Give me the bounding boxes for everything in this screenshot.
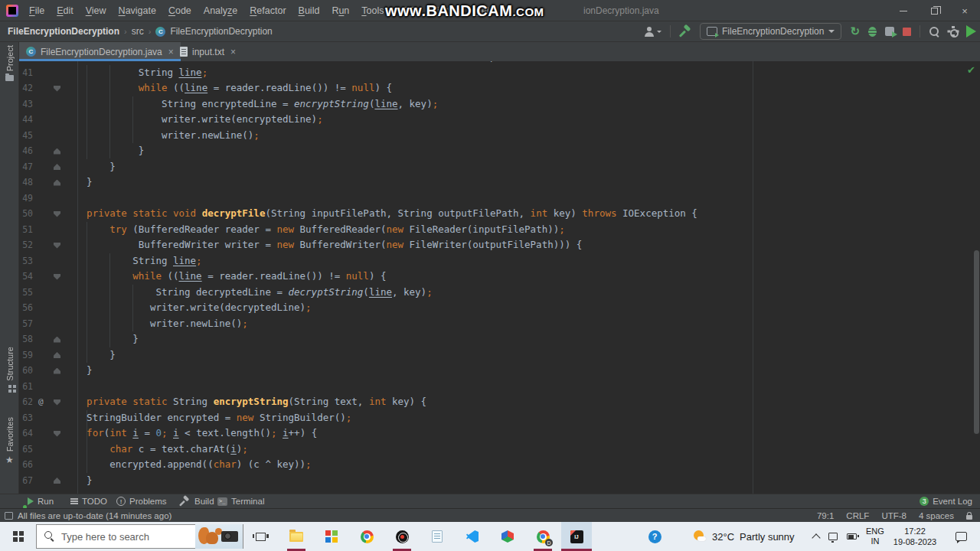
tool-button-terminal[interactable]: >_ Terminal: [217, 494, 264, 508]
gutter: [33, 80, 64, 96]
breadcrumb-class[interactable]: FileEncryptionDecryption: [170, 26, 272, 37]
breadcrumb-src[interactable]: src: [132, 26, 144, 37]
run-with-coverage-icon[interactable]: [885, 27, 894, 36]
event-log-button[interactable]: 3 Event Log: [920, 494, 972, 508]
device-tray-icon[interactable]: [828, 533, 838, 540]
menu-code[interactable]: Code: [162, 0, 198, 21]
code-text: String line;: [64, 65, 207, 81]
hidden-icons-chevron[interactable]: [812, 533, 820, 542]
close-button[interactable]: ×: [949, 0, 980, 21]
date: 19-08-2023: [893, 536, 936, 547]
fold-up-icon[interactable]: [54, 180, 60, 186]
gutter: [33, 222, 64, 238]
code-line-58: 58 }: [19, 331, 980, 347]
fold-down-icon[interactable]: [54, 243, 60, 249]
status-bar: All files are up-to-date (14 minutes ago…: [0, 508, 980, 522]
taskbar-notepad[interactable]: [422, 522, 452, 551]
tool-button-project[interactable]: Project: [0, 45, 19, 81]
code-line-42: 42 while ((line = reader.readLine()) != …: [19, 80, 980, 96]
unlocked-lock-icon[interactable]: [966, 515, 972, 520]
task-view-button[interactable]: [250, 522, 270, 551]
taskbar-cube-app[interactable]: [492, 522, 523, 551]
taskbar-bandicam[interactable]: [387, 522, 417, 551]
fold-down-icon[interactable]: [54, 431, 60, 437]
user-profile-button[interactable]: [644, 27, 662, 37]
taskbar-colorful-grid-app[interactable]: [316, 522, 347, 551]
menu-refactor[interactable]: Refactor: [243, 0, 292, 21]
chrome-icon: [361, 530, 374, 543]
taskbar-chrome-profile[interactable]: D: [528, 522, 558, 551]
build-hammer-icon[interactable]: [679, 25, 691, 37]
taskbar-help[interactable]: ?: [644, 522, 665, 551]
menu-navigate[interactable]: Navigate: [113, 0, 162, 21]
fold-up-icon[interactable]: [54, 368, 60, 374]
gutter: [33, 191, 64, 207]
settings-gear-icon[interactable]: [948, 27, 958, 37]
code-line-53: 53 String line;: [19, 253, 980, 269]
menu-analyze[interactable]: Analyze: [198, 0, 243, 21]
debug-bug-icon[interactable]: [868, 27, 877, 37]
breadcrumb-project[interactable]: FileEncryptionDecryption: [8, 26, 119, 37]
terminal-icon: >_: [217, 497, 227, 506]
menu-run[interactable]: Run: [325, 0, 355, 21]
gutter: [33, 159, 64, 175]
code-editor[interactable]: 40 BufferedWriter writer = new BufferedW…: [19, 61, 980, 494]
tool-button-todo[interactable]: TODO: [70, 494, 107, 508]
fold-up-icon[interactable]: [54, 478, 60, 484]
tool-button-favorites[interactable]: Favorites ★: [0, 417, 19, 465]
start-button[interactable]: [0, 522, 37, 551]
tool-button-run[interactable]: Run: [28, 494, 54, 508]
menu-view[interactable]: View: [80, 0, 113, 21]
file-explorer-icon: [289, 532, 303, 542]
tab-label: FileEncryptionDecryption.java: [41, 47, 162, 57]
tool-button-build[interactable]: Build: [178, 494, 214, 508]
caret-position-widget[interactable]: 79:1: [817, 511, 834, 520]
vertical-scrollbar[interactable]: [974, 250, 979, 434]
taskbar-file-explorer[interactable]: [281, 522, 312, 551]
taskbar-vscode[interactable]: [457, 522, 488, 551]
fold-up-icon[interactable]: [54, 352, 60, 358]
inspections-ok-icon[interactable]: ✔: [967, 64, 975, 76]
battery-icon[interactable]: [847, 533, 857, 540]
tool-button-structure[interactable]: Structure: [0, 347, 19, 393]
menu-edit[interactable]: Edit: [51, 0, 80, 21]
stop-icon[interactable]: [903, 28, 911, 36]
tool-button-problems[interactable]: ! Problems: [116, 494, 167, 508]
tab-file-encryption-decryption-java[interactable]: C FileEncryptionDecryption.java ×: [19, 42, 181, 61]
fold-up-icon[interactable]: [54, 164, 60, 170]
language-code: ENG: [866, 527, 884, 536]
fold-down-icon[interactable]: [54, 86, 60, 92]
close-icon[interactable]: ×: [230, 47, 236, 57]
windows-taskbar: Type here to search D: [0, 522, 980, 551]
line-ending-widget[interactable]: CRLF: [846, 511, 869, 520]
indent-widget[interactable]: 4 spaces: [919, 511, 954, 520]
taskbar-intellij-idea[interactable]: IJ: [561, 522, 592, 551]
line-number: 48: [19, 174, 33, 191]
code-line-54: 54 while ((line = reader.readLine()) != …: [19, 269, 980, 285]
fold-down-icon[interactable]: [54, 211, 60, 217]
cube-app-icon: [501, 530, 514, 543]
maximize-button[interactable]: [919, 0, 949, 21]
language-switcher[interactable]: ENG IN: [866, 527, 884, 546]
fold-up-icon[interactable]: [54, 337, 60, 343]
code-text: }: [64, 159, 116, 175]
search-everywhere-icon[interactable]: [929, 26, 939, 37]
taskbar-weather-widget[interactable]: 32°C Partly sunny: [693, 522, 795, 551]
taskbar-search[interactable]: Type here to search: [36, 524, 243, 549]
run-icon[interactable]: ↻: [850, 26, 860, 37]
fold-up-icon[interactable]: [54, 148, 60, 155]
fold-down-icon[interactable]: [54, 399, 60, 406]
action-center-button[interactable]: [948, 522, 974, 551]
squirrel-camera-photo: [195, 524, 243, 549]
folder-icon: [5, 75, 14, 81]
menu-build[interactable]: Build: [292, 0, 326, 21]
encoding-widget[interactable]: UTF-8: [881, 511, 906, 520]
code-text: private static void decryptFile(String i…: [64, 206, 697, 222]
menu-file[interactable]: File: [23, 0, 51, 21]
minimize-button[interactable]: [888, 0, 919, 21]
tab-input-txt[interactable]: input.txt ×: [173, 42, 243, 61]
taskbar-chrome[interactable]: [351, 522, 382, 551]
fold-down-icon[interactable]: [54, 274, 60, 280]
clock-widget[interactable]: 17:22 19-08-2023: [893, 526, 936, 547]
run-configuration-select[interactable]: FileEncryptionDecryption: [700, 23, 841, 40]
